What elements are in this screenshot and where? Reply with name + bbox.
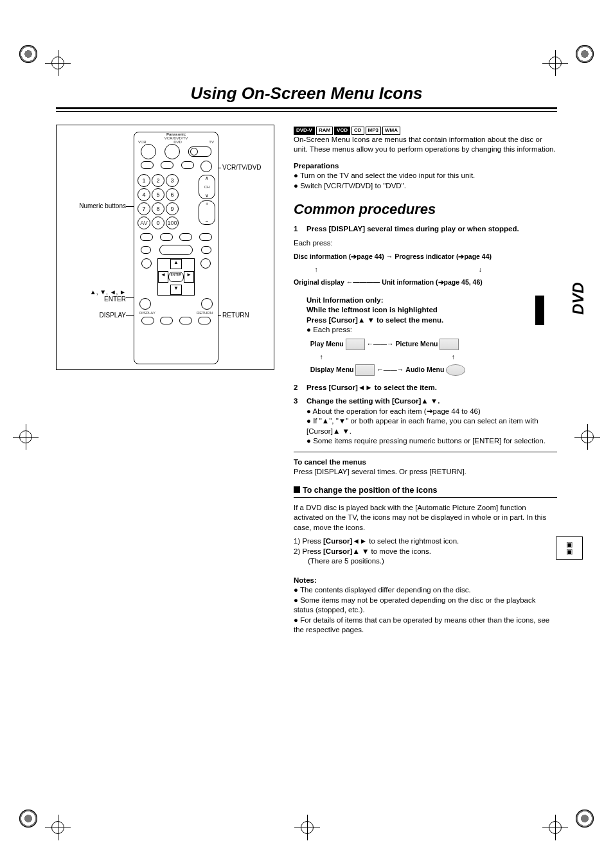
channel-rocker: ∧CH∨ [199, 175, 215, 199]
lbl-dvd: DVD [173, 140, 182, 144]
step-1: Press [DISPLAY] several times during pla… [306, 224, 557, 235]
move-body: If a DVD disc is played back with the [A… [294, 503, 557, 533]
skip-next-icon [160, 233, 173, 241]
step-number: 1 [294, 224, 306, 235]
return-btn-icon [201, 298, 213, 310]
callout-numeric: Numeric buttons [79, 202, 126, 209]
picture-menu-icon [440, 339, 459, 350]
osd-icon [141, 258, 152, 269]
subheading: Common procedures [294, 200, 557, 219]
each-press: Each press: [294, 238, 557, 249]
rew-icon [179, 233, 192, 241]
display-cycle: Disc information (➔page 44) → Progress i… [294, 251, 557, 289]
step-2: Press [Cursor]◄► to select the item. [306, 383, 557, 393]
eject-icon [141, 161, 154, 169]
note-item: ● Some items may not be operated dependi… [294, 596, 557, 616]
note-item: ● For details of items that can be opera… [294, 616, 557, 635]
callout-vcrtvdvd: VCR/TV/DVD [222, 164, 262, 171]
section-tab: DVD [569, 282, 587, 315]
callout-return: RETURN [222, 312, 249, 319]
av-btn: AV [138, 217, 150, 229]
menu-icon [200, 258, 211, 269]
reg-mark-icon [19, 45, 37, 63]
reg-mark-icon [576, 810, 594, 828]
step-number: 2 [294, 383, 306, 393]
power-vcr-icon [141, 144, 156, 159]
move-step-2: 2) Press [Cursor]▲ ▼ to move the icons. [294, 547, 557, 557]
title-rule [56, 107, 557, 112]
page-title: Using On-Screen Menu Icons [56, 84, 557, 107]
switch-vcrtvdvd [188, 146, 211, 157]
display-menu-icon [355, 364, 375, 376]
reg-mark-icon [576, 45, 594, 63]
hundred-btn: 100 [166, 217, 179, 229]
speed-icon [161, 161, 173, 169]
cursor-pad: ▲ ▼ ◄ ► ENTER [157, 258, 195, 296]
unit-info-press: Press [Cursor]▲ ▼ to select the menu. [306, 315, 557, 326]
display-btn-icon [139, 298, 151, 310]
lbl-return: RETURN [197, 311, 213, 315]
power-dvd-icon [164, 144, 180, 159]
notes-heading: Notes: [294, 576, 557, 586]
move-step-note: (There are 5 positions.) [294, 556, 557, 567]
skip-prev-icon [140, 233, 153, 241]
crosshair-icon [574, 424, 600, 450]
move-step-1: 1) Press [Cursor]◄► to select the rightm… [294, 536, 557, 547]
format-badges: DVD-VRAMVCDCDMP3WMA [294, 125, 557, 135]
timer-icon [160, 317, 173, 324]
move-heading: To change the position of the icons [294, 485, 557, 496]
audio-menu-icon [446, 364, 465, 376]
section-tab-marker [535, 296, 544, 325]
cancel-body: Press [DISPLAY] several times. Or press … [294, 467, 557, 477]
reg-mark-icon [19, 810, 37, 828]
lbl-display: DISPLAY [139, 311, 155, 315]
cancel-heading: To cancel the menus [294, 457, 557, 468]
stop-icon [141, 246, 151, 254]
volume-rocker: +− [199, 200, 215, 225]
step-number: 3 [294, 396, 306, 447]
step-3-bullet: ● Some items require pressing numeric bu… [306, 436, 557, 447]
prep-item: ● Switch [VCR/TV/DVD] to "DVD". [294, 181, 557, 191]
lbl-tv: TV [209, 140, 214, 144]
play-icon [159, 245, 193, 255]
rec-btn-icon [200, 161, 212, 172]
each-press-2: ● Each press: [306, 325, 557, 335]
step-3: Change the setting with [Cursor]▲ ▼. [306, 396, 557, 407]
prog-icon [141, 317, 154, 324]
crosshair-icon [13, 424, 39, 450]
callout-cursor: ▲, ▼, ◄, ► [90, 288, 126, 296]
rec-icon [181, 161, 194, 169]
intro-text: On-Screen Menu Icons are menus that cont… [294, 135, 557, 155]
pause-icon [201, 246, 211, 254]
callout-display: DISPLAY [100, 312, 127, 319]
unit-info-line: While the leftmost icon is highlighted [306, 305, 557, 315]
move-icon: ▣▣ [556, 536, 583, 560]
prep-item: ● Turn on the TV and select the video in… [294, 171, 557, 181]
recvcr-icon [179, 317, 192, 324]
lbl-vcr: VCR [138, 140, 147, 144]
step-3-bullet: ● About the operation for each item (➔pa… [306, 407, 557, 417]
unit-info-head: Unit Information only: [306, 296, 557, 306]
step-3-bullet: ● If "▲", "▼" or both appear in each fra… [306, 416, 557, 436]
callout-enter: ENTER [104, 296, 126, 303]
prep-heading: Preparations [294, 161, 557, 172]
menu-cycle: Play Menu ←——→ Picture Menu ↑↑ Display M… [306, 338, 557, 376]
note-item: ● The contents displayed differ dependin… [294, 585, 557, 596]
jetrew-icon [198, 317, 211, 324]
ff-icon [199, 233, 212, 241]
remote-diagram: Numeric buttons ▲, ▼, ◄, ► ENTER DISPLAY… [56, 125, 274, 370]
play-menu-icon [346, 339, 365, 350]
